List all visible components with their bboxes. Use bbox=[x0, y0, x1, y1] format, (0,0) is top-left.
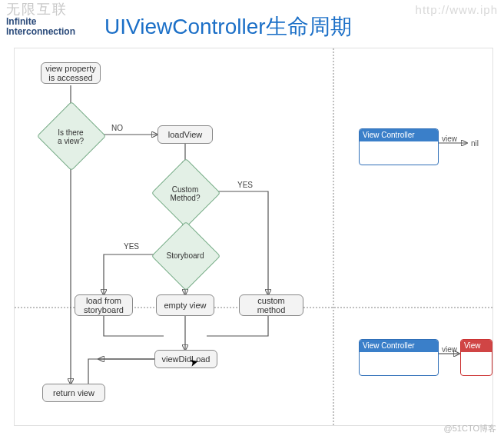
decision-storyboard bbox=[151, 221, 221, 291]
label-view-top: view bbox=[442, 135, 457, 143]
card-header: View bbox=[461, 340, 492, 352]
node-load-from-storyboard: load from storyboard bbox=[75, 294, 133, 316]
node-view-property-accessed: view property is accessed bbox=[41, 62, 101, 84]
edge-label-yes-2: YES bbox=[124, 242, 139, 251]
logo-subtitle: InfiniteInterconnection bbox=[6, 17, 75, 37]
decision-custom-method bbox=[151, 158, 221, 228]
url-watermark: http://www.iph bbox=[416, 3, 498, 16]
card-view-object: View bbox=[460, 339, 492, 376]
vertical-divider bbox=[333, 48, 334, 425]
decision-is-there-a-view bbox=[37, 101, 107, 171]
edge-label-yes-1: YES bbox=[237, 181, 253, 189]
edge-label-no: NO bbox=[111, 124, 123, 132]
watermark: @51CTO博客 bbox=[444, 423, 496, 434]
card-header: View Controller bbox=[360, 129, 438, 141]
node-empty-view: empty view bbox=[156, 294, 214, 316]
label-nil: nil bbox=[471, 139, 479, 148]
card-view-controller-top: View Controller bbox=[359, 128, 439, 165]
node-loadview: loadView bbox=[158, 125, 213, 144]
label-view-bottom: view bbox=[442, 345, 457, 354]
node-viewdidload: viewDidLoad bbox=[154, 350, 217, 368]
card-header: View Controller bbox=[360, 340, 438, 352]
page-title: UIViewController生命周期 bbox=[104, 12, 352, 42]
node-custom-method: custom method bbox=[239, 294, 303, 316]
node-return-view: return view bbox=[42, 384, 105, 402]
diagram-panel: view property is accessed Is there a vie… bbox=[14, 48, 493, 426]
card-view-controller-bottom: View Controller bbox=[359, 339, 439, 376]
